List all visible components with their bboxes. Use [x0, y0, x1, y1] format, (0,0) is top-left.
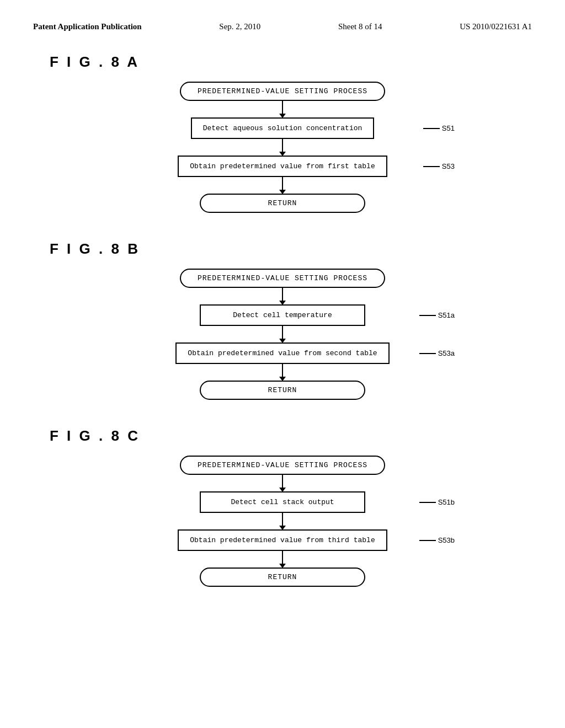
s53-node: Obtain predetermined value from first ta…	[178, 156, 387, 177]
publication-label: Patent Application Publication	[33, 22, 142, 31]
figure-8b-section: F I G . 8 B PREDETERMINED-VALUE SETTING …	[33, 240, 532, 400]
arrow-8a-1	[282, 101, 283, 117]
arrow-8c-1	[282, 475, 283, 491]
figure-8a-label: F I G . 8 A	[50, 53, 532, 71]
s53b-node: Obtain predetermined value from third ta…	[178, 529, 387, 551]
node-row-s51: Detect aqueous solution concentration S5…	[33, 117, 532, 139]
sheet-info: Sheet 8 of 14	[338, 22, 382, 31]
s53a-label: S53a	[419, 349, 455, 357]
figure-8b-label: F I G . 8 B	[50, 240, 532, 258]
arrow-8a-3	[282, 177, 283, 194]
s51a-node: Detect cell temperature	[200, 304, 365, 326]
return-node-8b: RETURN	[200, 381, 365, 400]
s53a-node: Obtain predetermined value from second t…	[175, 342, 389, 364]
node-row-s51a: Detect cell temperature S51a	[33, 304, 532, 326]
node-row-s51b: Detect cell stack output S51b	[33, 491, 532, 513]
arrow-8b-3	[282, 364, 283, 381]
node-row-s53: Obtain predetermined value from first ta…	[33, 156, 532, 177]
s51-node: Detect aqueous solution concentration	[191, 117, 375, 139]
figure-8c-label: F I G . 8 C	[50, 427, 532, 445]
arrow-8b-1	[282, 288, 283, 304]
start-node-8a: PREDETERMINED-VALUE SETTING PROCESS	[180, 82, 385, 101]
s53b-label: S53b	[419, 536, 455, 544]
figure-8a-section: F I G . 8 A PREDETERMINED-VALUE SETTING …	[33, 53, 532, 213]
flowchart-8b: PREDETERMINED-VALUE SETTING PROCESS Dete…	[33, 269, 532, 400]
return-node-8c: RETURN	[200, 568, 365, 587]
node-row-s53b: Obtain predetermined value from third ta…	[33, 529, 532, 551]
s51-label: S51	[423, 124, 455, 132]
node-row-return-8c: RETURN	[33, 568, 532, 587]
start-node-8b: PREDETERMINED-VALUE SETTING PROCESS	[180, 269, 385, 288]
arrow-8b-2	[282, 326, 283, 342]
s53-label: S53	[423, 162, 455, 170]
publication-date: Sep. 2, 2010	[219, 22, 260, 31]
node-row-start-8c: PREDETERMINED-VALUE SETTING PROCESS	[33, 456, 532, 475]
node-row-return-8a: RETURN	[33, 194, 532, 213]
node-row-start-8b: PREDETERMINED-VALUE SETTING PROCESS	[33, 269, 532, 288]
flowchart-8a: PREDETERMINED-VALUE SETTING PROCESS Dete…	[33, 82, 532, 213]
patent-number: US 2010/0221631 A1	[460, 22, 532, 31]
node-row-start-8a: PREDETERMINED-VALUE SETTING PROCESS	[33, 82, 532, 101]
figure-8c-section: F I G . 8 C PREDETERMINED-VALUE SETTING …	[33, 427, 532, 587]
s51b-node: Detect cell stack output	[200, 491, 365, 513]
node-row-return-8b: RETURN	[33, 381, 532, 400]
s51b-label: S51b	[419, 498, 455, 506]
node-row-s53a: Obtain predetermined value from second t…	[33, 342, 532, 364]
return-node-8a: RETURN	[200, 194, 365, 213]
main-content: F I G . 8 A PREDETERMINED-VALUE SETTING …	[0, 42, 565, 636]
page-header: Patent Application Publication Sep. 2, 2…	[0, 0, 565, 42]
arrow-8a-2	[282, 139, 283, 156]
s51a-label: S51a	[419, 311, 455, 319]
start-node-8c: PREDETERMINED-VALUE SETTING PROCESS	[180, 456, 385, 475]
flowchart-8c: PREDETERMINED-VALUE SETTING PROCESS Dete…	[33, 456, 532, 587]
arrow-8c-2	[282, 513, 283, 529]
arrow-8c-3	[282, 551, 283, 568]
